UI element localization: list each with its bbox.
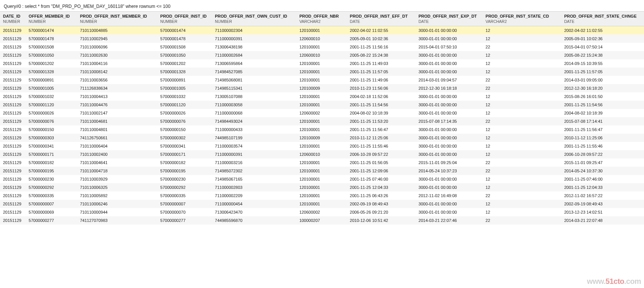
cell[interactable]: 12 (483, 150, 561, 158)
cell[interactable]: 20151129 (0, 125, 26, 134)
cell[interactable]: 57000000335 (157, 191, 212, 200)
cell[interactable]: 57000001478 (26, 35, 77, 43)
cell[interactable]: 711000002209 (212, 191, 296, 200)
cell[interactable]: 2004-02-18 11:52:06 (347, 92, 416, 101)
cell[interactable]: 57000000230 (26, 175, 77, 183)
cell[interactable]: 2005-09-01 10:02:36 (561, 35, 644, 43)
cell[interactable]: 2014-03-01 09:05:00 (561, 76, 644, 84)
cell[interactable]: 57000000292 (157, 183, 212, 191)
cell[interactable]: 2001-11-25 11:56:47 (561, 125, 644, 134)
cell[interactable]: 120100001 (296, 101, 347, 109)
cell[interactable]: 57000000007 (26, 200, 77, 208)
cell[interactable]: 57000000277 (26, 216, 77, 225)
cell[interactable]: 57000001478 (157, 35, 212, 43)
cell[interactable]: 120600002 (296, 208, 347, 216)
column-header[interactable]: PROD_OFFER_INST_STATE_CHNGEDATE (561, 12, 644, 26)
cell[interactable]: 57000000026 (26, 109, 77, 117)
cell[interactable]: 20151129 (0, 51, 26, 59)
cell[interactable]: 710110008142 (77, 68, 157, 76)
cell[interactable]: 3000-01-01 00:00:00 (416, 200, 483, 208)
cell[interactable]: 57000001005 (157, 84, 212, 92)
table-row[interactable]: 2015112957000001202710110004116570000012… (0, 59, 644, 68)
cell[interactable]: 711000000454 (212, 200, 296, 208)
cell[interactable]: 57000001508 (26, 43, 77, 51)
cell[interactable]: 57000000230 (157, 175, 212, 183)
table-row[interactable]: 2015112957000000076710110004681570000000… (0, 117, 644, 125)
cell[interactable]: 2001-11-25 06:43:26 (347, 191, 416, 200)
cell[interactable]: 120100009 (296, 84, 347, 92)
table-row[interactable]: 2015112957000001508710110006096570000015… (0, 43, 644, 51)
cell[interactable]: 710110006404 (77, 142, 157, 150)
cell[interactable]: 20151129 (0, 26, 26, 35)
cell[interactable]: 3000-01-01 00:00:00 (416, 101, 483, 109)
table-row[interactable]: 2015112957000000182710110004641570000001… (0, 158, 644, 167)
cell[interactable]: 714985067165 (212, 175, 296, 183)
cell[interactable]: 711000000068 (212, 109, 296, 117)
cell[interactable]: 20151129 (0, 59, 26, 68)
cell[interactable]: 57000000171 (157, 150, 212, 158)
cell[interactable]: 12 (483, 142, 561, 150)
cell[interactable]: 57000000277 (157, 216, 212, 225)
cell[interactable]: 713005107088 (212, 92, 296, 101)
cell[interactable]: 20151129 (0, 84, 26, 92)
cell[interactable]: 20151129 (0, 167, 26, 175)
cell[interactable]: 2010-11-12 11:25:06 (347, 134, 416, 142)
cell[interactable]: 120100001 (296, 125, 347, 134)
table-row[interactable]: 2015112957000000891710110003656570000008… (0, 76, 644, 84)
cell[interactable]: 57000001202 (157, 59, 212, 68)
cell[interactable]: 20151129 (0, 68, 26, 76)
cell[interactable]: 2012-11-02 16:49:08 (416, 191, 483, 200)
cell[interactable]: 20151129 (0, 150, 26, 158)
cell[interactable]: 20151129 (0, 142, 26, 150)
cell[interactable]: 22 (483, 216, 561, 225)
cell[interactable]: 2004-08-02 10:18:39 (347, 109, 416, 117)
cell[interactable]: 2002-04-02 11:02:55 (561, 26, 644, 35)
cell[interactable]: 22 (483, 191, 561, 200)
cell[interactable]: 57000001328 (26, 68, 77, 76)
cell[interactable]: 57000001032 (26, 92, 77, 101)
cell[interactable]: 710110004476 (77, 101, 157, 109)
cell[interactable]: 3000-01-01 00:00:00 (416, 208, 483, 216)
cell[interactable]: 3000-01-01 00:00:00 (416, 134, 483, 142)
table-row[interactable]: 2015112957000000303741126750661570000003… (0, 134, 644, 142)
cell[interactable]: 12 (483, 183, 561, 191)
cell[interactable]: 710110004885 (77, 26, 157, 35)
cell[interactable]: 20151129 (0, 175, 26, 183)
cell[interactable]: 12 (483, 134, 561, 142)
cell[interactable]: 20151129 (0, 92, 26, 101)
column-header[interactable]: PROD_OFFER_NBRVARCHAR2 (296, 12, 347, 26)
cell[interactable]: 57000000182 (157, 158, 212, 167)
cell[interactable]: 2015-11-01 09:25:47 (561, 158, 644, 167)
table-row[interactable]: 2015112957000001120710110004476570000011… (0, 101, 644, 109)
table-row[interactable]: 2015112957000001050710110002630570000010… (0, 51, 644, 59)
cell[interactable]: 710110003656 (77, 76, 157, 84)
cell[interactable]: 57000001050 (157, 51, 212, 59)
table-row[interactable]: 2015112957000000230710110003929570000002… (0, 175, 644, 183)
cell[interactable]: 20151129 (0, 191, 26, 200)
result-grid-container[interactable]: DATE_IDNUMBEROFFER_MEMBER_IDNUMBERPROD_O… (0, 11, 644, 225)
cell[interactable]: 710110006246 (77, 200, 157, 208)
cell[interactable]: 3000-01-01 00:00:00 (416, 51, 483, 59)
cell[interactable]: 2006-05-26 09:21:20 (347, 208, 416, 216)
cell[interactable]: 2014-03-21 22:07:48 (561, 216, 644, 225)
cell[interactable]: 57000000303 (26, 134, 77, 142)
cell[interactable]: 120100001 (296, 26, 347, 35)
cell[interactable]: 710110004413 (77, 92, 157, 101)
cell[interactable]: 57000000292 (26, 183, 77, 191)
cell[interactable]: 711000000391 (212, 150, 296, 158)
table-row[interactable]: 2015112957000000171710110002400570000001… (0, 150, 644, 158)
cell[interactable]: 57000000076 (157, 117, 212, 125)
cell[interactable]: 710110004801 (77, 125, 157, 134)
cell[interactable]: 2001-11-25 12:04:33 (561, 183, 644, 191)
cell[interactable]: 120600002 (296, 109, 347, 117)
column-header[interactable]: PROD_OFFER_INST_EXP_DTDATE (416, 12, 483, 26)
cell[interactable]: 20151129 (0, 200, 26, 208)
cell[interactable]: 2014-05-24 10:37:23 (416, 167, 483, 175)
cell[interactable]: 57000001474 (26, 26, 77, 35)
cell[interactable]: 2006-10-28 09:57:22 (347, 150, 416, 158)
cell[interactable]: 2001-11-25 11:53:20 (347, 117, 416, 125)
cell[interactable]: 2001-11-25 12:09:06 (347, 167, 416, 175)
table-row[interactable]: 2015112957000001474710110004885570000014… (0, 26, 644, 35)
cell[interactable]: 20151129 (0, 183, 26, 191)
cell[interactable]: 57000000341 (157, 142, 212, 150)
